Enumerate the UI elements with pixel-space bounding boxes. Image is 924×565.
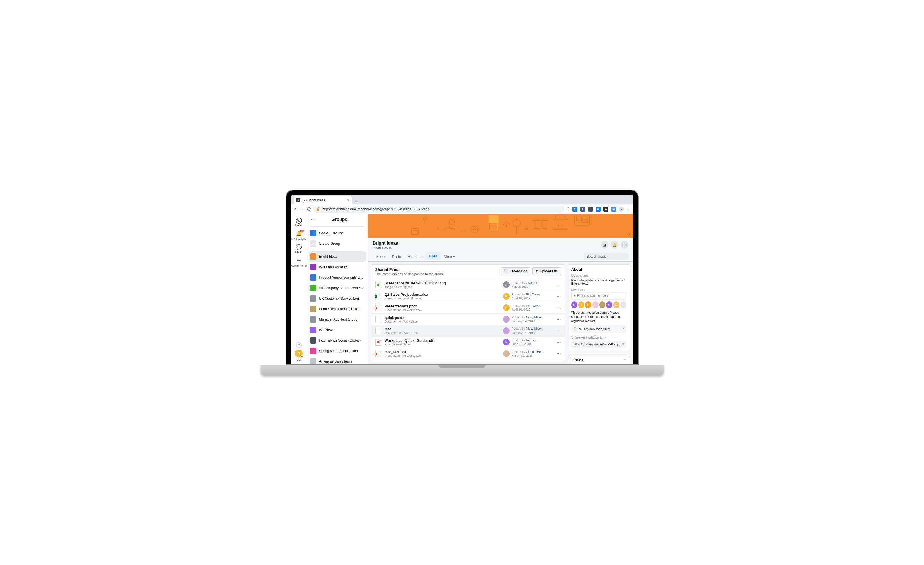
file-row[interactable]: W test_DOCX.docxDocument on Workplace Po… [371, 359, 565, 361]
member-avatar[interactable] [599, 301, 605, 309]
chat-icon: 💬 [295, 244, 302, 251]
extension-icon[interactable]: F [588, 207, 593, 211]
nav-back-icon[interactable] [293, 207, 298, 211]
file-sublabel: Document on Workplace [385, 320, 503, 323]
poster-name[interactable]: Nicky Midori [526, 327, 542, 330]
user-avatar[interactable]: P [295, 349, 303, 357]
more-button[interactable]: ⋯ [621, 241, 628, 249]
extension-icon[interactable]: ▣ [611, 207, 616, 211]
nav-forward-icon[interactable] [300, 207, 304, 211]
upload-file-button[interactable]: ⬆Upload File [532, 267, 561, 275]
file-type-icon [375, 339, 381, 346]
group-search-input[interactable]: Search group... [584, 253, 628, 261]
extension-icon[interactable]: ◆ [603, 207, 608, 211]
file-row[interactable]: Workplace_Quick_Guide.pdfPDF on Workplac… [371, 336, 565, 348]
tab-members[interactable]: Members [404, 252, 426, 261]
create-group[interactable]: + Create Group [307, 238, 368, 249]
rail-chats[interactable]: 💬 Chats [291, 242, 307, 255]
sidebar-group-item[interactable]: Americas Sales team [307, 356, 368, 364]
sidebar-group-item[interactable]: Spring summer collection [307, 346, 368, 356]
chat-dock[interactable]: Chats ⌃ [571, 356, 630, 364]
file-actions-menu[interactable]: ⋯ [555, 294, 561, 299]
new-tab-button[interactable]: + [352, 199, 360, 204]
poster-name[interactable]: Renee... [526, 339, 537, 342]
member-avatar[interactable]: E [585, 301, 591, 309]
bookmark-icon[interactable]: ☆ [566, 206, 570, 211]
rail-admin[interactable]: ✳ Admin Panel [291, 255, 307, 269]
share-button[interactable]: ◪ [601, 241, 608, 249]
address-bar[interactable]: 🔒 https://foxfabricsglobal.facebook.com/… [313, 205, 564, 213]
member-avatar[interactable]: L [592, 301, 598, 309]
poster-name[interactable]: Phil Dwyer [526, 293, 540, 296]
member-avatar[interactable]: J [578, 301, 584, 309]
add-members-input[interactable]: + Find and add members [572, 292, 626, 299]
browser-menu-icon[interactable]: ⋮ [627, 206, 631, 211]
extension-icon[interactable]: f [573, 207, 578, 211]
member-avatar[interactable]: M [606, 301, 612, 309]
group-icon [310, 327, 316, 333]
file-actions-menu[interactable]: ⋯ [555, 282, 561, 288]
svg-point-7 [477, 229, 478, 230]
sidebar-group-item[interactable]: Bright Ideas [309, 251, 366, 262]
file-row[interactable]: testDocument on Workplace Posted by Nick… [371, 325, 565, 336]
tab-more[interactable]: More ▾ [441, 252, 458, 261]
browser-tab[interactable]: W (2) Bright Ideas × [294, 196, 352, 204]
group-label: Product Announcements and F... [319, 276, 365, 279]
svg-point-5 [473, 229, 474, 230]
file-actions-menu[interactable]: ⋯ [555, 305, 561, 310]
group-cover: ✕ [368, 214, 633, 238]
group-label: Bright Ideas [319, 255, 338, 258]
sidebar-group-item[interactable]: Product Announcements and F... [307, 272, 368, 283]
chevron-up-icon: ⌃ [624, 358, 627, 362]
file-name: Presentation1.pptx [385, 304, 503, 308]
tab-posts[interactable]: Posts [388, 252, 404, 261]
tab-files[interactable]: Files [426, 252, 441, 261]
sidebar-group-item[interactable]: UK Customer Service Log [307, 293, 368, 304]
file-row[interactable]: quick guideDocument on Workplace Posted … [371, 313, 565, 325]
see-all-groups[interactable]: 👥 See All Groups [307, 228, 368, 238]
rail-notifications[interactable]: 🔔2 Notifications [291, 228, 307, 242]
sidebar-group-item[interactable]: Fabric Restocking Q1 2017 [307, 304, 368, 314]
extension-icon[interactable]: ◉ [596, 207, 601, 211]
tab-about[interactable]: About [373, 252, 389, 261]
sidebar-group-item[interactable]: All Company Announcements [307, 283, 368, 293]
member-avatar[interactable]: N [614, 301, 619, 309]
sidebar-group-item[interactable]: WP News [307, 325, 368, 335]
group-icon [310, 358, 316, 364]
poster-name[interactable]: Phil Dwyer [526, 304, 540, 307]
close-tab-icon[interactable]: × [347, 198, 349, 202]
reload-icon[interactable] [306, 207, 311, 211]
file-actions-menu[interactable]: ⋯ [555, 351, 561, 356]
profile-icon[interactable]: ● [619, 207, 624, 211]
cover-close-icon[interactable]: ✕ [628, 232, 631, 237]
invite-link-box[interactable]: https://fb.me/g/aaeDz0asa/HCs3jtbU ⧉ [572, 341, 626, 348]
rail-home[interactable]: W Home [291, 216, 307, 228]
file-row[interactable]: X Q2 Sales Projections.xlsxSpreadsheet o… [371, 291, 565, 302]
copy-icon[interactable]: ⧉ [622, 343, 624, 346]
create-doc-button[interactable]: 📄Create Doc [501, 267, 530, 275]
file-actions-menu[interactable]: ⋯ [555, 340, 561, 345]
sidebar-group-item[interactable]: Manager Add Test Group [307, 314, 368, 325]
file-row[interactable]: P test_PPT.pptPresentation on Workplace … [371, 348, 565, 360]
poster-name[interactable]: Nicky Midori [526, 316, 542, 319]
close-icon[interactable]: × [622, 326, 624, 330]
poster-name[interactable]: Claudiu Bul... [526, 350, 544, 354]
poster-name[interactable]: Graham... [526, 281, 539, 285]
file-type-icon: P [375, 304, 381, 311]
file-row[interactable]: P Presentation1.pptxPresentation on Work… [371, 302, 565, 313]
notifications-button[interactable]: 🔔 [610, 241, 618, 249]
file-actions-menu[interactable]: ⋯ [555, 328, 561, 333]
groups-panel: ← Groups 👥 See All Groups + Create Group… [307, 214, 368, 364]
extension-icon[interactable]: f [580, 207, 585, 211]
member-avatar[interactable]: D [572, 301, 577, 309]
more-members-button[interactable]: ⋯ [620, 301, 626, 309]
sidebar-group-item[interactable]: Fox Fabrics Social (Global) [307, 335, 368, 346]
file-actions-menu[interactable]: ⋯ [555, 317, 561, 322]
group-icon [310, 316, 316, 323]
help-icon[interactable]: ? [296, 342, 302, 348]
svg-rect-9 [489, 223, 497, 229]
sidebar-group-item[interactable]: Work anniversaries [307, 262, 368, 272]
panel-back-icon[interactable]: ← [310, 217, 315, 222]
about-heading: About [572, 267, 626, 271]
file-row[interactable]: Screenshot 2019-05-03 16.03.35.pngImage … [371, 279, 565, 291]
